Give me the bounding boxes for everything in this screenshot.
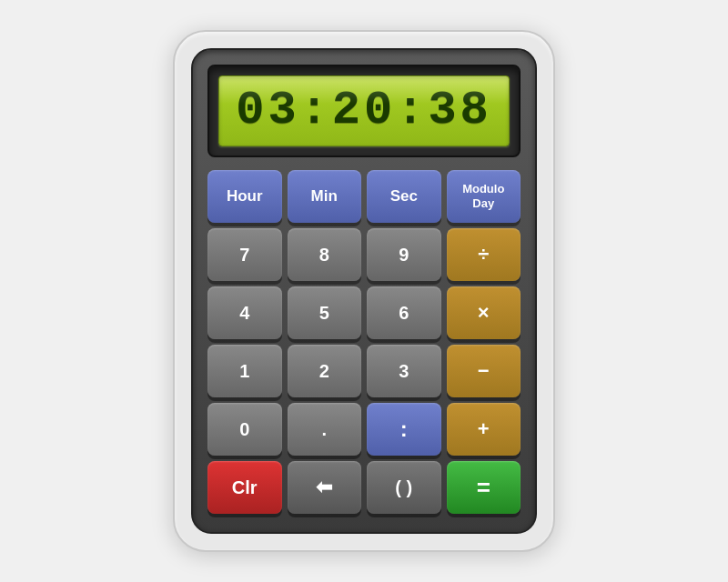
btn-subtract[interactable]: − xyxy=(447,345,521,397)
btn-5[interactable]: 5 xyxy=(288,286,362,339)
btn-2[interactable]: 2 xyxy=(288,345,362,397)
buttons-area: Hour Min Sec ModuloDay 7 8 9 ÷ 4 5 6 × xyxy=(207,170,521,514)
btn-divide[interactable]: ÷ xyxy=(447,228,521,281)
btn-7[interactable]: 7 xyxy=(207,228,282,281)
row-456: 4 5 6 × xyxy=(207,286,521,339)
backspace-icon: ⬅ xyxy=(316,476,332,499)
btn-add[interactable]: + xyxy=(447,403,521,456)
hour-btn[interactable]: Hour xyxy=(207,170,282,223)
sec-btn[interactable]: Sec xyxy=(367,170,441,223)
btn-equals[interactable]: = xyxy=(447,461,521,514)
btn-dot[interactable]: . xyxy=(288,403,362,456)
btn-1[interactable]: 1 xyxy=(207,345,282,397)
header-row: Hour Min Sec ModuloDay xyxy=(207,170,521,223)
btn-clear[interactable]: Clr xyxy=(207,461,282,514)
modulo-day-btn[interactable]: ModuloDay xyxy=(447,170,521,223)
btn-8[interactable]: 8 xyxy=(288,228,362,281)
display-time: 03:20:38 xyxy=(234,87,494,135)
row-123: 1 2 3 − xyxy=(207,345,521,397)
row-0dot: 0 . : + xyxy=(207,403,521,456)
row-789: 7 8 9 ÷ xyxy=(207,228,521,281)
btn-4[interactable]: 4 xyxy=(207,286,282,339)
btn-9[interactable]: 9 xyxy=(367,228,441,281)
btn-3[interactable]: 3 xyxy=(367,345,441,397)
calculator-body: 03:20:38 Hour Min Sec ModuloDay 7 8 9 ÷ … xyxy=(191,48,537,534)
btn-backspace[interactable]: ⬅ xyxy=(288,461,362,514)
btn-multiply[interactable]: × xyxy=(447,286,521,339)
row-bottom: Clr ⬅ ( ) = xyxy=(207,461,521,514)
min-btn[interactable]: Min xyxy=(288,170,362,223)
display-screen: 03:20:38 xyxy=(218,75,510,146)
btn-parens[interactable]: ( ) xyxy=(367,461,441,514)
btn-colon[interactable]: : xyxy=(367,403,441,456)
display-container: 03:20:38 xyxy=(207,65,521,157)
btn-6[interactable]: 6 xyxy=(367,286,441,339)
btn-0[interactable]: 0 xyxy=(207,403,282,456)
calculator-wrapper: 03:20:38 Hour Min Sec ModuloDay 7 8 9 ÷ … xyxy=(173,30,555,552)
